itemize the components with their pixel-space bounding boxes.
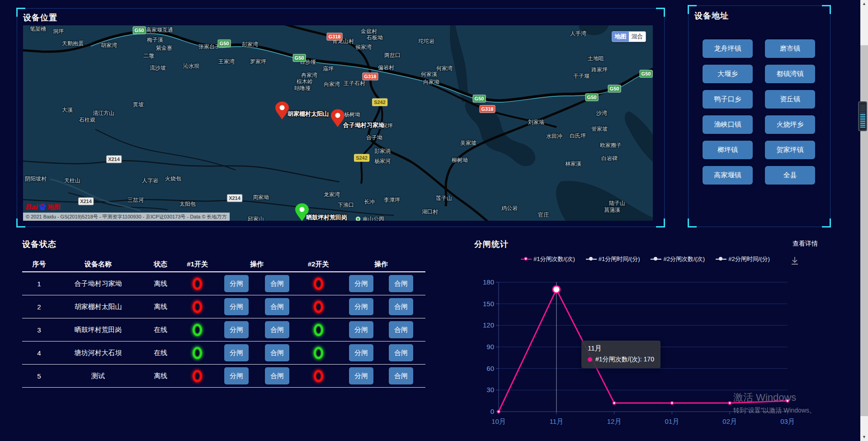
switch2-cell [300,347,337,359]
map-place-label: 白氏坪 [570,132,586,140]
address-button-8[interactable]: 榔坪镇 [703,141,753,159]
map-pin-label: 晒鼓坪村荒田岗 [306,213,347,221]
map-place-label: 路家坪 [591,66,608,74]
open-switch2-button[interactable]: 分闸 [349,321,373,338]
map-place-label: 石板坳 [367,34,383,42]
scrollbar-down-arrow[interactable]: ▼ [860,433,868,441]
map-pin-icon[interactable] [331,109,344,129]
road-shield-icon: G318 [480,105,495,113]
brightness-osd [858,101,867,131]
legend-label: #1分闸次数/(次) [533,255,575,263]
open-switch1-button[interactable]: 分闸 [224,321,249,338]
scrollbar-thumb[interactable] [860,45,868,416]
road-shield-icon: G318 [363,73,378,81]
map-place-label: 三岔河 [127,196,144,204]
open-switch2-button[interactable]: 分闸 [349,275,373,292]
chart-tooltip: 11月 #1分闸次数/(次): 170 [581,341,660,368]
map-place-label: 人手湾 [570,30,586,38]
map-pin-icon[interactable] [275,101,289,122]
address-button-0[interactable]: 龙舟坪镇 [703,39,753,58]
address-button-2[interactable]: 大堰乡 [703,65,753,83]
address-button-7[interactable]: 火烧坪乡 [765,115,815,134]
switch2-cell [300,370,337,382]
switch2-operations: 分闸 合闸 [337,321,425,338]
svg-text:01月: 01月 [665,417,679,425]
legend-marker-icon [716,257,726,261]
address-button-10[interactable]: 高家堰镇 [703,166,753,185]
address-panel-title: 设备地址 [694,10,729,21]
baidu-logo[interactable]: Bai 地图 [26,203,60,212]
map-place-label: 罗家坪 [250,58,266,66]
map-place-label: 笔架槽 [30,25,46,33]
legend-item-3[interactable]: #2分闸时间/(分) [716,255,770,263]
map-type-control: 地图 混合 [612,31,646,42]
device-name: 塘坊河村大石坝 [56,349,140,357]
device-name: 晒鼓坪村荒田岗 [56,326,140,334]
close-switch2-button[interactable]: 合闸 [389,275,413,292]
address-button-3[interactable]: 都镇湾镇 [765,65,815,83]
close-switch1-button[interactable]: 合闸 [265,344,289,361]
close-switch2-button[interactable]: 合闸 [389,321,413,338]
map-place-label: 贯坡 [133,101,144,109]
switch2-indicator [314,301,323,313]
address-button-4[interactable]: 鸭子口乡 [703,90,753,109]
open-switch1-button[interactable]: 分闸 [224,344,249,361]
close-switch1-button[interactable]: 合闸 [265,298,289,315]
open-switch1-button[interactable]: 分闸 [224,367,249,384]
map-place-label: 土地咀 [588,55,604,62]
scrollbar-up-arrow[interactable]: ▲ [860,0,868,8]
watermark-line1: 激活 Windows [733,391,816,404]
legend-item-2[interactable]: #2分闸次数/(次) [651,255,705,263]
device-location-panel: 设备位置 [17,8,665,227]
close-switch1-button[interactable]: 合闸 [265,275,289,292]
road-shield-icon: G50 [473,95,486,103]
road-shield-icon: G50 [640,70,653,78]
address-button-1[interactable]: 磨市镇 [765,39,815,58]
switch1-cell [181,347,214,359]
address-button-9[interactable]: 贺家坪镇 [765,141,815,159]
switch1-cell [181,324,214,336]
close-switch1-button[interactable]: 合闸 [265,321,289,338]
legend-item-0[interactable]: #1分闸次数/(次) [521,255,575,263]
close-switch1-button[interactable]: 合闸 [265,367,289,384]
map-place-label: 庙坪 [323,65,334,73]
map-place-label: 何家湾 [436,65,453,72]
open-switch1-button[interactable]: 分闸 [224,275,249,292]
switch2-indicator [314,370,323,382]
legend-item-1[interactable]: #1分闸时间/(分) [586,255,640,263]
map-place-label: 流沙坡 [150,64,166,72]
map-place-label: 邱家山 [248,215,264,221]
map-place-label: 天鹅抱蛋 [62,40,84,47]
address-button-5[interactable]: 资丘镇 [765,90,815,109]
map-place-label: 胡家湾 [101,42,117,49]
open-switch2-button[interactable]: 分闸 [349,344,373,361]
svg-text:180: 180 [483,278,494,286]
address-button-6[interactable]: 渔峡口镇 [703,115,753,134]
map-place-label: 柳树坳 [452,156,468,164]
close-switch2-button[interactable]: 合闸 [389,367,413,384]
open-switch1-button[interactable]: 分闸 [224,298,249,315]
table-row: 3 晒鼓坪村荒田岗 在线 分闸 合闸 分闸 合闸 [22,318,425,341]
map-type-hybrid-button[interactable]: 混合 [629,32,646,42]
map-place-label: 彭家湾 [242,41,258,48]
map-place-label: 管家坡 [591,125,608,133]
map-place-label: 向家坳 [423,78,439,86]
address-button-11[interactable]: 全县 [765,166,815,185]
map-place-label: 菖蒲溪 [604,206,620,214]
close-switch2-button[interactable]: 合闸 [389,344,413,361]
switch1-indicator [193,370,202,382]
map-place-label: 阴阳坡村 [25,175,47,183]
map-type-map-button[interactable]: 地图 [612,32,629,42]
switch1-operations: 分闸 合闸 [214,275,300,292]
open-switch2-button[interactable]: 分闸 [349,367,373,384]
column-header-0: 序号 [22,260,56,269]
vertical-scrollbar[interactable]: ▲ ▼ [860,0,868,441]
open-switch2-button[interactable]: 分闸 [349,298,373,315]
map-place-label: 官庄 [538,211,549,219]
download-icon[interactable] [790,256,799,266]
baidu-map[interactable]: 笔架槽洞坪天鹅抱蛋胡家湾高家堰互通梅子溪紫金寨二墩流沙坡沁水坝张家台子王家湾彭家… [23,25,653,221]
switch2-operations: 分闸 合闸 [337,298,425,315]
column-header-6: 操作 [337,260,425,269]
close-switch2-button[interactable]: 合闸 [389,298,413,315]
view-details-link[interactable]: 查看详情 [793,240,818,248]
